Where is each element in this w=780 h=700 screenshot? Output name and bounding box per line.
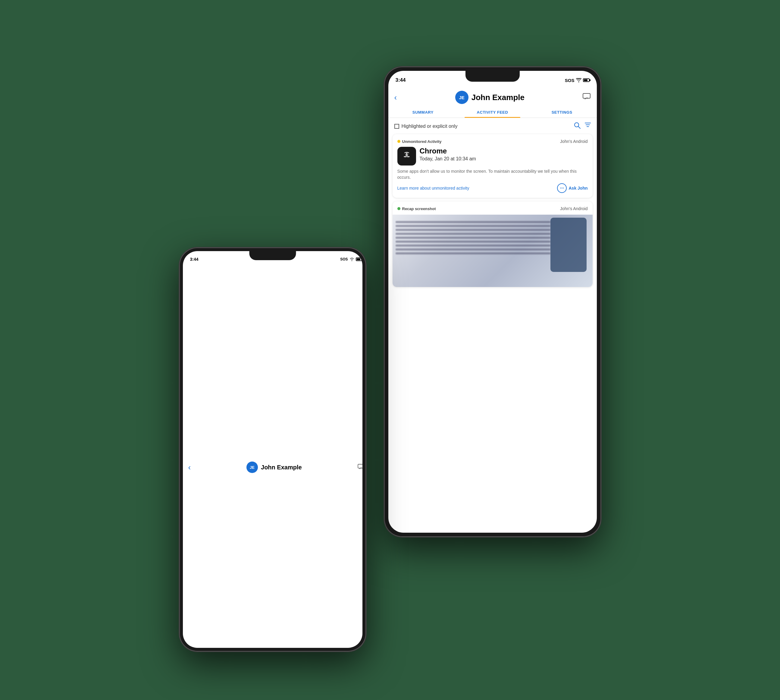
recap-header-back: Recap screenshot John's Android <box>392 202 593 215</box>
ask-btn-chrome[interactable]: ··· Ask John <box>557 183 587 193</box>
svg-rect-0 <box>583 93 590 98</box>
user-name-back: John Example <box>471 93 524 102</box>
chat-button-front[interactable] <box>358 463 363 471</box>
search-icon-back[interactable] <box>574 122 580 130</box>
recap-dot-back <box>397 207 401 210</box>
avatar-front: JE <box>246 462 258 473</box>
phone-back: 3:44 SOS ‹ JE <box>384 67 601 537</box>
card-header-chrome: Unmonitored Activity John's Android <box>397 139 588 144</box>
status-icons-front: SOS <box>340 257 362 262</box>
app-icon-chrome <box>397 147 416 165</box>
battery-back <box>583 78 590 82</box>
tab-summary-back[interactable]: SUMMARY <box>388 107 458 118</box>
status-icons-back: SOS <box>565 78 590 83</box>
phone-front: 3:44 SOS ‹ JE Joh <box>179 248 366 652</box>
tab-activity-back[interactable]: ACTIVITY FEED <box>457 107 527 118</box>
card-body-chrome: Chrome Today, Jan 20 at 10:34 am <box>397 147 588 165</box>
header-center-front: JE John Example <box>246 462 302 473</box>
chat-button-back[interactable] <box>583 93 590 102</box>
notch-back <box>466 71 520 82</box>
filter-left-back: Highlighted or explicit only <box>394 123 457 129</box>
avatar-back: JE <box>455 91 469 104</box>
card-footer-chrome: Learn more about unmonitored activity ··… <box>397 183 588 193</box>
filter-label-back: Highlighted or explicit only <box>402 123 457 129</box>
header-center-back: JE John Example <box>455 91 524 104</box>
wifi-icon-front <box>349 257 354 261</box>
svg-point-8 <box>407 153 408 155</box>
battery-front <box>356 257 363 261</box>
sos-front: SOS <box>340 257 348 262</box>
recap-status-back: Recap screenshot <box>397 207 436 211</box>
svg-line-2 <box>578 127 580 129</box>
sos-back: SOS <box>565 78 575 83</box>
phone-front-screen: 3:44 SOS ‹ JE Joh <box>183 251 363 648</box>
app-name-chrome: Chrome <box>420 147 476 155</box>
recap-card-back: Recap screenshot John's Android <box>392 202 593 287</box>
user-name-front: John Example <box>261 464 302 471</box>
app-header-back: ‹ JE John Example <box>388 87 597 107</box>
time-back: 3:44 <box>396 77 406 83</box>
svg-rect-9 <box>358 464 363 468</box>
app-header-front: ‹ JE John Example <box>183 265 363 648</box>
filter-icon-back[interactable] <box>585 122 591 130</box>
activity-card-chrome: Unmonitored Activity John's Android <box>392 134 593 198</box>
phones-container: 3:44 SOS ‹ JE <box>179 48 601 652</box>
card-time-chrome: Today, Jan 20 at 10:34 am <box>420 156 476 162</box>
ask-label-chrome: Ask John <box>569 186 587 190</box>
phone-back-screen: 3:44 SOS ‹ JE <box>388 71 597 533</box>
filter-row-back: Highlighted or explicit only <box>388 122 597 134</box>
status-label-chrome: Unmonitored Activity <box>402 139 442 144</box>
device-label-chrome: John's Android <box>560 139 587 144</box>
back-button-back[interactable]: ‹ <box>394 93 397 102</box>
svg-point-7 <box>405 153 406 155</box>
filter-icons-back <box>574 122 591 130</box>
status-dot-chrome <box>397 140 401 143</box>
tab-settings-back[interactable]: SETTINGS <box>527 107 597 118</box>
filter-checkbox-back[interactable] <box>394 124 399 129</box>
time-front: 3:44 <box>190 257 198 262</box>
card-info-chrome: Chrome Today, Jan 20 at 10:34 am <box>420 147 476 162</box>
recap-label-back: Recap screenshot <box>402 207 436 211</box>
tabs-back: SUMMARY ACTIVITY FEED SETTINGS <box>388 107 597 118</box>
notch-front <box>249 251 296 260</box>
ask-icon-chrome: ··· <box>557 183 567 193</box>
card-status-chrome: Unmonitored Activity <box>397 139 442 144</box>
svg-point-5 <box>404 156 406 157</box>
wifi-icon-back <box>576 78 582 82</box>
recap-device-back: John's Android <box>560 206 587 211</box>
recap-screenshot-back <box>392 215 593 287</box>
back-button-front[interactable]: ‹ <box>188 463 191 472</box>
learn-more-chrome[interactable]: Learn more about unmonitored activity <box>397 186 469 190</box>
svg-point-6 <box>407 156 409 157</box>
chrome-icon <box>402 151 411 162</box>
card-desc-chrome: Some apps don't allow us to monitor the … <box>397 168 588 180</box>
